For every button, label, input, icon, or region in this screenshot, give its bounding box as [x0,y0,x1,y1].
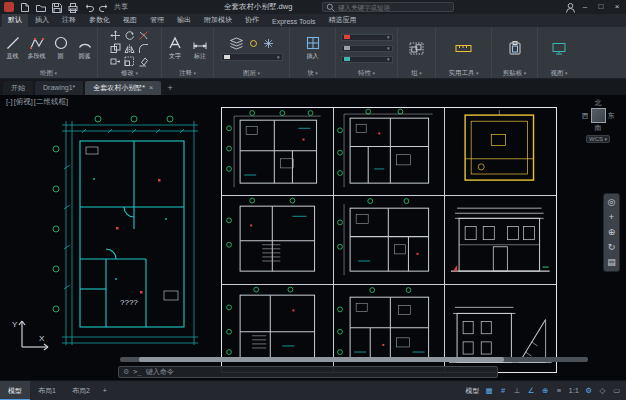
account-icon[interactable] [564,1,576,13]
file-tab-drawing1[interactable]: Drawing1* [35,81,83,95]
clean-screen-icon[interactable]: ▭ [610,384,623,398]
layer-on-icon[interactable] [248,38,259,49]
layout-tab-layout1[interactable]: 布局1 [30,381,64,400]
scale-icon[interactable] [123,55,136,67]
minimize-button[interactable]: – [578,1,592,13]
rotate-icon[interactable] [123,29,136,41]
lineweight-dropdown[interactable] [341,56,393,63]
ribbon-tab-insert[interactable]: 插入 [29,13,55,27]
isolate-objects-ic icon[interactable]: ◇ [596,384,609,398]
new-drawing-tab-button[interactable]: + [163,81,177,95]
close-tab-icon[interactable]: × [149,81,153,95]
zoom-icon[interactable]: ⊕ [604,225,619,240]
copy-icon[interactable] [109,42,122,54]
group-icon[interactable] [409,42,424,55]
viewcube[interactable]: 北 西 东 南 WCS [575,98,621,143]
osnap-toggle-icon[interactable]: ⊕ [539,384,552,398]
viewport-control-visual-style[interactable]: [二维线框] [34,97,68,107]
redo-icon[interactable] [98,1,110,13]
save-icon[interactable] [50,1,62,13]
lineweight-toggle-icon[interactable]: ≡ [553,384,566,398]
workspace-gear-icon[interactable]: ⚙ [582,384,595,398]
viewport-control-view[interactable]: [俯视] [14,97,33,107]
text-tool[interactable]: 文字 [164,35,186,61]
pan-icon[interactable]: + [604,210,619,225]
maximize-button[interactable]: □ [594,1,608,13]
customize-icon[interactable]: ⚙ [123,368,129,376]
full-navigation-wheel-icon[interactable]: ◎ [604,195,619,210]
viewcube-wcs-menu[interactable]: WCS [586,135,610,143]
horizontal-scrollbar[interactable] [120,357,588,362]
viewcube-north[interactable]: 北 [575,98,621,108]
panel-title-clipboard[interactable]: 剪贴板 [494,68,535,78]
panel-title-annotation[interactable]: 注释 [164,68,211,78]
print-icon[interactable] [66,1,78,13]
panel-title-properties[interactable]: 特性 [338,68,395,78]
panel-title-layers[interactable]: 图层 [216,68,287,78]
viewcube-south[interactable]: 南 [575,123,621,133]
close-button[interactable]: × [610,1,624,13]
layer-freeze-icon[interactable] [263,38,274,49]
polar-tracking-icon[interactable]: ∠ [525,384,538,398]
ribbon-tab-home[interactable]: 默认 [2,13,28,27]
undo-icon[interactable] [82,1,94,13]
layout-tab-layout2[interactable]: 布局2 [64,381,98,400]
add-layout-button[interactable]: + [98,381,112,400]
orbit-icon[interactable]: ↻ [604,240,619,255]
viewport-control-expand[interactable]: [-] [6,97,13,107]
snap-toggle-icon[interactable]: # [497,384,510,398]
ribbon-tab-collaborate[interactable]: 协作 [239,13,265,27]
new-file-icon[interactable] [18,1,30,13]
ribbon-tab-manage[interactable]: 管理 [144,13,170,27]
insert-block-tool[interactable]: 插入 [301,35,324,61]
panel-title-utilities[interactable]: 实用工具 [438,68,489,78]
help-search-box[interactable] [322,2,454,12]
layer-stack-icon[interactable] [229,36,244,51]
viewcube-cube[interactable] [591,108,606,123]
annotation-scale-button[interactable]: 1:1 [567,384,581,398]
ribbon-tab-parametric[interactable]: 参数化 [83,13,116,27]
measure-icon[interactable] [455,42,472,55]
panel-title-view[interactable]: 视图 [540,68,578,78]
model-space-toggle[interactable]: 模型 [464,384,482,398]
command-line[interactable]: ⚙ >_ 键入命令 [118,366,498,378]
drawing-canvas[interactable]: [-] [俯视] [二维线框] [0,95,626,380]
move-icon[interactable] [109,29,122,41]
file-tab-start[interactable]: 开始 [3,81,33,95]
panel-title-block[interactable]: 块 [292,68,333,78]
share-button[interactable]: 共享 [114,2,128,12]
search-input[interactable] [338,4,450,11]
showmotion-icon[interactable]: ▤ [604,255,619,270]
ribbon-tab-output[interactable]: 输出 [171,13,197,27]
panel-title-draw[interactable]: 绘图 [2,68,95,78]
stretch-icon[interactable] [109,55,122,67]
linetype-dropdown[interactable] [341,45,393,52]
named-views-icon[interactable] [551,41,567,56]
ribbon-tab-featured-apps[interactable]: 精选应用 [322,13,362,27]
arc-tool[interactable]: 圆弧 [74,35,95,61]
object-color-dropdown[interactable] [341,34,393,41]
dimension-tool[interactable]: 标注 [189,35,211,61]
open-file-icon[interactable] [34,1,46,13]
panel-title-modify[interactable]: 修改 [100,68,159,78]
paste-icon[interactable] [507,40,523,56]
polyline-tool[interactable]: 多段线 [26,35,47,61]
layout-tab-model[interactable]: 模型 [0,381,30,400]
ribbon-tab-annotate[interactable]: 注释 [56,13,82,27]
viewcube-west[interactable]: 西 [582,111,589,121]
ribbon-tab-view[interactable]: 视图 [117,13,143,27]
layer-dropdown[interactable] [221,53,283,61]
fillet-icon[interactable] [137,42,150,54]
erase-icon[interactable] [137,55,150,67]
app-logo-icon[interactable] [4,2,14,12]
grid-toggle-icon[interactable]: ▦ [483,384,496,398]
viewcube-east[interactable]: 东 [608,111,615,121]
circle-tool[interactable]: 圆 [50,35,71,61]
ribbon-tab-express-tools[interactable]: Express Tools [266,16,321,27]
panel-title-groups[interactable]: 组 [400,68,433,78]
command-input-hint[interactable]: 键入命令 [146,367,174,377]
line-tool[interactable]: 直线 [2,35,23,61]
trim-icon[interactable] [137,29,150,41]
file-tab-villa[interactable]: 全套农村小别墅* × [85,81,161,95]
mirror-icon[interactable] [123,42,136,54]
